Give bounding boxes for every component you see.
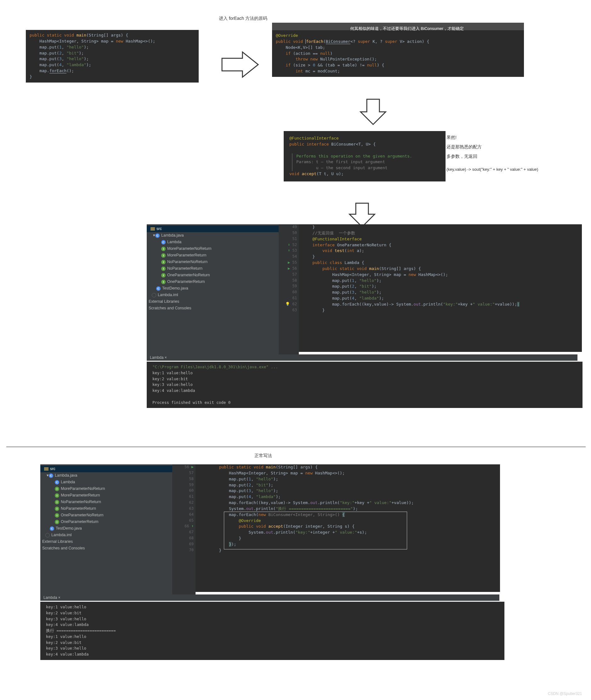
javadoc-line2: Params: t – the first input argument <box>296 159 385 164</box>
tree-item[interactable]: NoParameterReturn <box>61 506 96 512</box>
tree-item[interactable]: NoParameterNoReturn <box>61 499 101 505</box>
run-tab[interactable]: Lambda × <box>44 595 60 600</box>
tree-iml[interactable]: Lambda.iml <box>51 532 72 538</box>
interface-icon: I <box>55 513 59 518</box>
tree-item[interactable]: MoreParameterNoReturn <box>61 486 105 492</box>
console-1: "C:\Program Files\Java\jdk1.8.0_301\bin\… <box>147 362 583 408</box>
result-lambda: (key,value) -> sout("key:" + key + " val… <box>447 167 538 172</box>
tree-item[interactable]: OneParameterNoReturn <box>61 512 103 518</box>
tree-scratch[interactable]: Scratches and Consoles <box>42 545 85 551</box>
javadoc-line3: u – the second input argument <box>296 165 388 170</box>
code-panel-biconsumer: @FunctionalInterface public interface Bi… <box>284 131 446 181</box>
section-title-1: 进入 forEach 方法的原码 <box>219 16 267 21</box>
project-tree-1[interactable]: src ▾ CLambda.java CLambda IMoreParamete… <box>147 224 279 357</box>
folder-icon <box>150 227 155 231</box>
interface-icon: I <box>161 247 166 251</box>
editor-1[interactable]: } //无返回值 一个参数 @FunctionalInterface inter… <box>299 224 582 352</box>
watermark: CSDN @Sputter321 <box>548 692 582 696</box>
class-icon: C <box>55 480 59 484</box>
class-icon: C <box>156 286 160 291</box>
interface-icon: I <box>55 487 59 491</box>
tree-item[interactable]: MoreParameterReturn <box>61 492 100 499</box>
subtitle-biconsumer: 何其相似的味道，不过还要等我们进入 BiConsumer，才能确定 <box>350 26 464 32</box>
interface-icon: I <box>55 493 59 498</box>
editor-gutter-1: 49 50 51 ⬇ 52 ⬇ 53 54 ▶ 55 ▶ 56 57 58 59… <box>279 224 299 354</box>
run-tab-bar-2[interactable]: Lambda × <box>40 594 500 601</box>
result-line-2: 多参数，无返回 <box>447 154 477 159</box>
console-2: key:1 value:hello key:2 value:bit key:3 … <box>40 602 505 660</box>
interface-icon: I <box>161 267 166 271</box>
functional-interface-ann: @FunctionalInterface <box>289 136 339 140</box>
editor-gutter-2: 56 ▶ 57 58 59 60 61 62 63 64 65 66 ⬆ 67 … <box>172 464 196 594</box>
tree-item[interactable]: MoreParameterNoReturn <box>167 246 211 252</box>
code-panel-main: public static void main(String[] args) {… <box>26 30 199 82</box>
tree-src[interactable]: src <box>156 226 162 232</box>
tree-item[interactable]: Lambda <box>61 479 75 485</box>
run-tab-bar-1[interactable]: Lambda × <box>147 354 578 361</box>
tree-item[interactable]: Lambda <box>167 239 181 245</box>
console-exit: Process finished with exit code 0 <box>152 400 231 405</box>
file-icon <box>152 293 156 297</box>
tree-file-lambda[interactable]: Lambda.java <box>161 232 184 238</box>
tree-item[interactable]: NoParameterNoReturn <box>167 259 207 265</box>
tree-src[interactable]: src <box>50 466 55 472</box>
interface-icon: I <box>55 507 59 511</box>
interface-icon: I <box>55 520 59 524</box>
interface-icon: I <box>161 280 166 284</box>
project-tree-2[interactable]: src ▾ CLambda.java CLambda IMoreParamete… <box>40 464 172 597</box>
class-icon: C <box>50 526 54 531</box>
arrow-down-1 <box>357 98 389 126</box>
tree-file-testdemo[interactable]: TestDemo.java <box>56 525 82 531</box>
tree-external[interactable]: External Libraries <box>42 539 73 545</box>
console-path: "C:\Program Files\Java\jdk1.8.0_301\bin\… <box>152 364 278 369</box>
normal-caption: 正常写法 <box>254 453 272 459</box>
interface-icon: I <box>161 253 166 258</box>
tree-scratch[interactable]: Scratches and Consoles <box>149 305 191 311</box>
divider <box>6 447 586 447</box>
tree-file-lambda[interactable]: Lambda.java <box>55 473 77 478</box>
interface-icon: I <box>55 500 59 504</box>
interface-icon: I <box>161 260 166 264</box>
javadoc-line1: Performs this operation on the given arg… <box>296 154 412 159</box>
class-icon: C <box>49 473 53 478</box>
file-icon <box>45 533 50 537</box>
tree-item[interactable]: OneParameterReturn <box>61 519 98 525</box>
run-tab[interactable]: Lambda × <box>150 355 167 360</box>
class-icon: C <box>161 240 166 244</box>
class-icon: C <box>155 233 159 238</box>
code-panel-foreach: @Override public void forEach(BiConsumer… <box>272 30 524 77</box>
arrow-right-1 <box>220 49 261 80</box>
tree-item[interactable]: OneParameterNoReturn <box>167 272 210 278</box>
tree-external[interactable]: External Libraries <box>149 299 179 305</box>
highlight-box <box>224 512 407 549</box>
result-line-1: 还是那熟悉的配方 <box>447 144 482 150</box>
tree-item[interactable]: MoreParameterReturn <box>167 252 206 258</box>
tree-item[interactable]: NoParameterReturn <box>167 266 202 272</box>
tree-file-testdemo[interactable]: TestDemo.java <box>162 285 188 291</box>
folder-icon <box>44 467 49 471</box>
interface-icon: I <box>161 273 166 278</box>
result-line-0: 果然! <box>447 135 457 140</box>
tree-item[interactable]: OneParameterReturn <box>167 279 205 285</box>
tree-iml[interactable]: Lambda.iml <box>158 292 178 298</box>
